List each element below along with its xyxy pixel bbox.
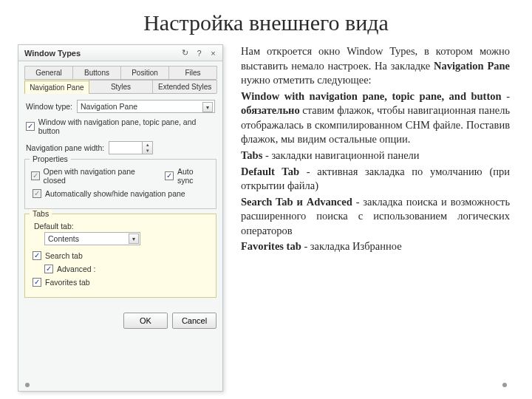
tab-files[interactable]: Files — [168, 66, 217, 79]
p6b: - закладка Избранное — [301, 240, 402, 252]
properties-group: Properties ✓ Open with navigation pane c… — [24, 159, 216, 209]
decorative-bullet-icon — [502, 383, 507, 387]
window-types-dialog: Window Types ↻ ? × General Buttons Posit… — [18, 44, 223, 392]
titlebar: Window Types ↻ ? × — [18, 45, 222, 61]
spinner-icon: ▲▼ — [142, 142, 152, 154]
dialog-buttons: OK Cancel — [18, 308, 222, 335]
auto-showhide-check[interactable]: ✓ Automatically show/hide navigation pan… — [33, 189, 208, 198]
chevron-down-icon: ▾ — [129, 233, 139, 244]
advanced-check[interactable]: ✓ Advanced : — [44, 265, 208, 273]
ok-button[interactable]: OK — [123, 313, 168, 329]
checkbox-icon: ✓ — [33, 251, 41, 260]
auto-showhide-label: Automatically show/hide navigation pane — [45, 189, 185, 198]
tabs-row-2: Navigation Pane Styles Extended Styles — [24, 80, 216, 94]
tab-position[interactable]: Position — [120, 66, 169, 79]
p3a: Tabs — [241, 149, 262, 161]
window-type-value: Navigation Pane — [81, 102, 137, 111]
checkbox-icon: ✓ — [26, 122, 35, 131]
tabs-legend: Tabs — [30, 209, 52, 218]
open-closed-check[interactable]: ✓ Open with navigation pane closed — [31, 167, 154, 185]
checkbox-icon: ✓ — [33, 189, 41, 198]
auto-sync-check[interactable]: ✓ Auto sync — [165, 167, 210, 185]
window-type-select[interactable]: Navigation Pane ▾ — [77, 100, 215, 113]
tabs-row-1: General Buttons Position Files — [24, 66, 216, 80]
close-icon[interactable]: × — [208, 48, 218, 58]
titlebar-controls: ↻ ? × — [180, 48, 218, 58]
checkbox-icon: ✓ — [44, 265, 53, 273]
tab-navigation-pane[interactable]: Navigation Pane — [24, 81, 89, 94]
auto-sync-label: Auto sync — [177, 167, 210, 185]
p2c: обязательно — [241, 104, 300, 116]
nav-width-row: Navigation pane width: ▲▼ — [26, 141, 215, 154]
p6a: Favorites tab — [241, 240, 301, 252]
search-tab-label: Search tab — [45, 251, 83, 260]
p4a: Default Tab — [241, 166, 299, 177]
p3b: - закладки навигационной панели — [262, 149, 419, 161]
dialog-body: General Buttons Position Files Navigatio… — [18, 61, 222, 308]
default-tab-value: Contents — [48, 234, 79, 243]
tabs-group: Tabs Default tab: Contents ▾ ✓ Search ta… — [24, 214, 216, 298]
explanation-text: Нам откроется окно Window Types, в котор… — [241, 44, 510, 392]
properties-legend: Properties — [30, 154, 71, 163]
tab-buttons[interactable]: Buttons — [72, 66, 121, 79]
favorites-tab-label: Favorites tab — [45, 278, 90, 287]
p1c: нужно отметить следующее: — [241, 74, 372, 86]
nav-width-label: Navigation pane width: — [26, 143, 104, 152]
refresh-icon[interactable]: ↻ — [180, 48, 190, 58]
default-tab-select[interactable]: Contents ▾ — [44, 232, 140, 245]
tab-styles[interactable]: Styles — [89, 80, 154, 93]
window-type-label: Window type: — [26, 102, 72, 111]
open-closed-label: Open with navigation pane closed — [44, 167, 155, 185]
content-area: Window Types ↻ ? × General Buttons Posit… — [18, 44, 510, 392]
cancel-button[interactable]: Cancel — [172, 313, 216, 329]
search-tab-check[interactable]: ✓ Search tab — [33, 251, 208, 260]
tab-extended-styles[interactable]: Extended Styles — [152, 80, 217, 93]
decorative-bullet-icon — [25, 383, 30, 387]
slide-title: Настройка внешнего вида — [0, 10, 532, 35]
advanced-label: Advanced : — [57, 265, 96, 273]
nav-combo-check[interactable]: ✓ Window with navigation pane, topic pan… — [26, 117, 215, 135]
p5a: Search Tab и Advanced — [241, 196, 352, 208]
p2a: Window with navigation pane, topic pane,… — [241, 90, 502, 102]
p2b: - — [502, 90, 510, 102]
tab-general[interactable]: General — [24, 66, 73, 79]
dialog-title: Window Types — [24, 49, 81, 58]
window-type-row: Window type: Navigation Pane ▾ — [26, 100, 215, 113]
checkbox-icon: ✓ — [33, 278, 41, 287]
nav-width-input[interactable]: ▲▼ — [109, 141, 153, 154]
checkbox-icon: ✓ — [31, 171, 40, 180]
favorites-tab-check[interactable]: ✓ Favorites tab — [33, 278, 208, 287]
default-tab-label: Default tab: — [34, 222, 210, 231]
chevron-down-icon: ▾ — [202, 102, 213, 112]
checkbox-icon: ✓ — [165, 171, 174, 180]
p1b: Navigation Pane — [434, 60, 510, 72]
help-icon[interactable]: ? — [194, 48, 204, 58]
nav-combo-label: Window with navigation pane, topic pane,… — [38, 117, 215, 135]
